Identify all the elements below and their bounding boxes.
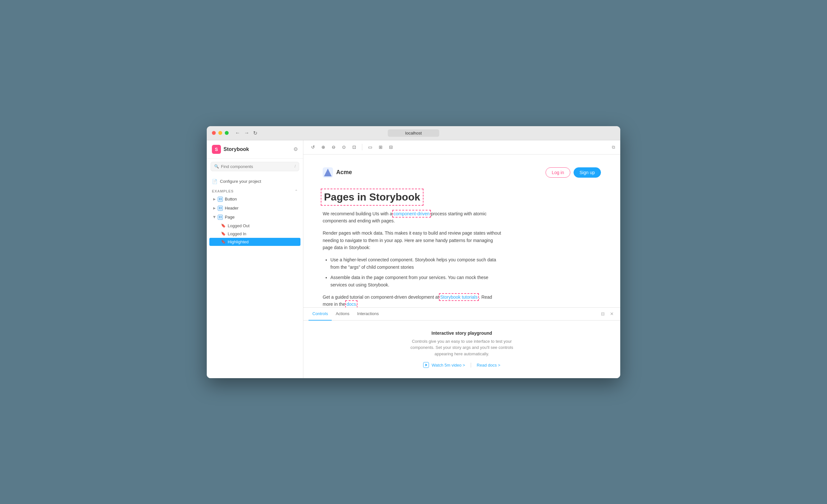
component-icon: [218, 215, 223, 220]
refresh-toolbar-btn[interactable]: ↺: [308, 143, 318, 152]
signup-button[interactable]: Sign up: [574, 167, 601, 178]
component-icon: [218, 206, 223, 211]
search-input[interactable]: [221, 164, 295, 169]
toolbar-divider: [362, 144, 362, 150]
playground-title: Interactive story playground: [432, 331, 492, 336]
logged-in-label: Logged In: [228, 231, 246, 236]
story-icon: 🔖: [221, 231, 226, 236]
page-actions: Log in Sign up: [545, 167, 601, 178]
zoom-out-btn[interactable]: ⊖: [329, 143, 338, 152]
read-docs-link[interactable]: Read docs >: [477, 363, 500, 368]
forward-button[interactable]: →: [244, 130, 249, 136]
panel-content: Interactive story playground Controls gi…: [303, 321, 620, 378]
page-brand: Acme: [323, 167, 352, 178]
zoom-in-btn[interactable]: ⊕: [319, 143, 328, 152]
sidebar-leaf-highlighted[interactable]: 🔖 Highlighted: [209, 238, 300, 246]
sidebar-leaf-logged-in[interactable]: 🔖 Logged In: [207, 230, 303, 238]
url-bar[interactable]: localhost: [388, 129, 439, 137]
sidebar-item-button[interactable]: ▶ Button: [207, 195, 303, 204]
nav-buttons: ← → ↻: [235, 130, 257, 136]
configure-item[interactable]: 📄 Configure your project: [207, 176, 303, 187]
tab-controls[interactable]: Controls: [308, 308, 332, 321]
app-body: S Storybook ⚙ 🔍 / 📄 Configure your proje…: [207, 140, 620, 378]
playground-desc: Controls give you an easy to use interfa…: [404, 338, 520, 357]
panel-tabs: Controls Actions Interactions ⊟ ✕: [303, 308, 620, 321]
back-button[interactable]: ←: [235, 130, 240, 136]
minimize-button[interactable]: [218, 131, 222, 135]
list-item: Use a higher-level connected component. …: [330, 256, 503, 271]
chevron-right-icon: ▶: [213, 197, 216, 201]
intro-paragraph: We recommend building UIs with a compone…: [323, 210, 503, 225]
close-button[interactable]: [212, 131, 216, 135]
viewport-btn[interactable]: ▭: [366, 143, 375, 152]
panel-links: Watch 5m video > | Read docs >: [423, 362, 500, 368]
zoom-reset-btn[interactable]: ⊙: [339, 143, 348, 152]
configure-label: Configure your project: [220, 179, 261, 184]
login-button[interactable]: Log in: [545, 167, 570, 178]
sidebar-header: S Storybook ⚙: [207, 140, 303, 159]
render-paragraph: Render pages with mock data. This makes …: [323, 229, 503, 251]
watch-video-link[interactable]: Watch 5m video >: [423, 362, 465, 368]
bottom-panel: Controls Actions Interactions ⊟ ✕ Intera…: [303, 307, 620, 378]
sidebar: S Storybook ⚙ 🔍 / 📄 Configure your proje…: [207, 140, 303, 378]
sidebar-nav: 📄 Configure your project EXAMPLES ⌃ ▶: [207, 174, 303, 378]
content-body: Pages in Storybook We recommend building…: [323, 190, 601, 307]
tab-actions[interactable]: Actions: [332, 308, 353, 321]
main-content: ↺ ⊕ ⊖ ⊙ ⊡ ▭ ⊞ ⊟ ⧉: [303, 140, 620, 378]
titlebar: ← → ↻ localhost: [207, 126, 620, 140]
toolbar: ↺ ⊕ ⊖ ⊙ ⊡ ▭ ⊞ ⊟ ⧉: [303, 140, 620, 155]
app-window: ← → ↻ localhost S Storybook ⚙ 🔍 /: [207, 126, 620, 378]
tab-interactions[interactable]: Interactions: [353, 308, 383, 321]
list-item: Assemble data in the page component from…: [330, 274, 503, 288]
page-title: Pages in Storybook: [323, 190, 422, 204]
story-icon: 🔖: [221, 223, 226, 228]
preview-area: Acme Log in Sign up Pages in Storybook W…: [303, 155, 620, 307]
tutorial-paragraph: Get a guided tutorial on component-drive…: [323, 293, 503, 307]
configure-icon: 📄: [212, 179, 217, 184]
examples-label: EXAMPLES: [212, 189, 234, 193]
panel-layout-btn[interactable]: ⊟: [600, 310, 606, 318]
measure-btn[interactable]: ⊟: [386, 143, 395, 152]
panel-link-divider: |: [470, 362, 472, 368]
page-item-label: Page: [225, 215, 235, 220]
sidebar-item-header[interactable]: ▶ Header: [207, 204, 303, 213]
storybook-tutorials-link[interactable]: Storybook tutorials: [440, 294, 478, 300]
settings-icon[interactable]: ⚙: [293, 146, 298, 152]
search-shortcut: /: [295, 164, 296, 169]
sidebar-brand: S Storybook: [212, 145, 249, 154]
acme-logo-icon: [323, 167, 333, 178]
tips-list: Use a higher-level connected component. …: [323, 256, 503, 288]
sidebar-leaf-logged-out[interactable]: 🔖 Logged Out: [207, 222, 303, 230]
component-driven-link[interactable]: component-driven: [394, 211, 430, 216]
header-item-label: Header: [225, 206, 239, 211]
fit-btn[interactable]: ⊡: [350, 143, 359, 152]
refresh-button[interactable]: ↻: [253, 130, 257, 136]
logged-out-label: Logged Out: [228, 223, 250, 228]
docs-link[interactable]: docs: [346, 301, 356, 307]
play-icon: [423, 362, 429, 368]
storybook-logo: S: [212, 145, 221, 154]
highlighted-label: Highlighted: [228, 239, 249, 244]
button-item-label: Button: [225, 197, 237, 202]
component-icon: [218, 197, 223, 202]
traffic-lights: [212, 131, 229, 135]
story-icon: 🔖: [221, 239, 226, 244]
external-link-icon[interactable]: ⧉: [612, 145, 615, 150]
chevron-down-icon: ▶: [213, 216, 216, 219]
grid-btn[interactable]: ⊞: [376, 143, 385, 152]
section-toggle-icon[interactable]: ⌃: [295, 189, 298, 193]
panel-close-btn[interactable]: ✕: [609, 310, 615, 318]
chevron-right-icon: ▶: [213, 206, 216, 210]
sidebar-item-page[interactable]: ▶ Page: [207, 213, 303, 222]
panel-icons: ⊟ ✕: [600, 310, 615, 318]
search-box[interactable]: 🔍 /: [211, 162, 299, 171]
page-topbar: Acme Log in Sign up: [323, 167, 601, 178]
sidebar-brand-name: Storybook: [224, 147, 249, 152]
examples-section-header: EXAMPLES ⌃: [207, 187, 303, 195]
search-icon: 🔍: [214, 164, 219, 169]
page-brand-name: Acme: [336, 169, 352, 176]
maximize-button[interactable]: [225, 131, 229, 135]
